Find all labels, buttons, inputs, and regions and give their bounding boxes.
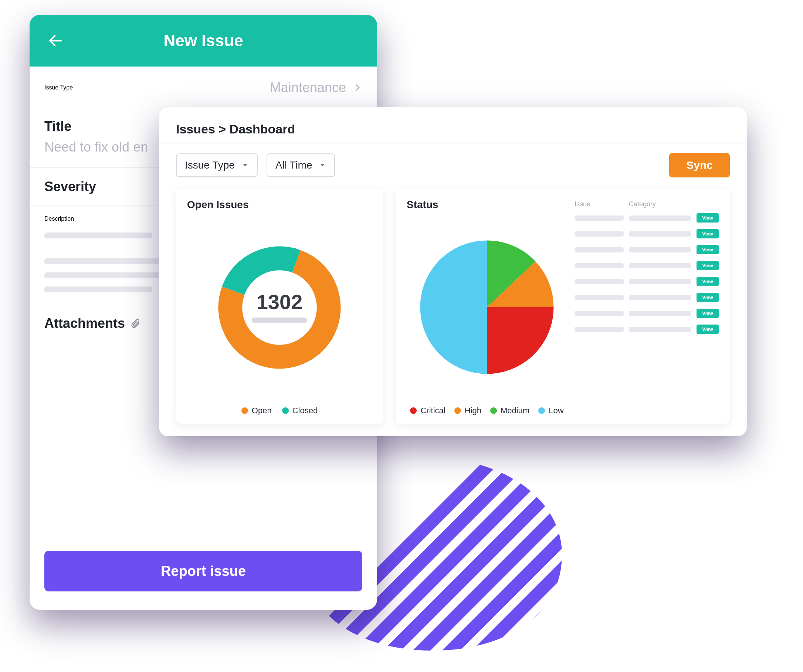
issue-type-value: Maintenance — [270, 80, 346, 95]
attachments-label: Attachments — [44, 316, 125, 331]
row-category-placeholder — [629, 279, 691, 284]
table-row: View — [574, 245, 719, 254]
view-button[interactable]: View — [697, 245, 719, 254]
table-header-issue: Issue — [574, 200, 624, 208]
caret-down-icon — [241, 162, 249, 169]
row-issue-placeholder — [574, 263, 624, 268]
caret-down-icon — [319, 162, 326, 169]
severity-label: Severity — [44, 179, 96, 194]
time-range-filter[interactable]: All Time — [267, 153, 335, 177]
view-button[interactable]: View — [697, 277, 719, 286]
row-issue-placeholder — [574, 327, 624, 332]
issue-type-label: Issue Type — [44, 84, 73, 91]
open-issues-donut: 1302 — [187, 211, 372, 404]
issue-type-row[interactable]: Issue Type Maintenance — [29, 67, 377, 109]
row-category-placeholder — [629, 295, 691, 300]
view-button[interactable]: View — [697, 308, 719, 318]
table-row: View — [574, 277, 719, 286]
issues-dashboard-card: Issues > Dashboard Issue Type All Time S… — [159, 107, 747, 436]
status-title: Status — [407, 199, 567, 211]
open-issues-legend: Open Closed — [187, 406, 372, 416]
status-card: Status Critical High Medium Low Issue Ca… — [396, 188, 730, 424]
row-category-placeholder — [629, 263, 691, 268]
row-category-placeholder — [629, 247, 691, 252]
status-legend: Critical High Medium Low — [407, 406, 567, 416]
issue-type-filter[interactable]: Issue Type — [176, 153, 258, 177]
sync-button[interactable]: Sync — [669, 153, 730, 177]
view-button[interactable]: View — [697, 261, 719, 270]
back-button[interactable] — [44, 29, 67, 52]
row-category-placeholder — [629, 231, 691, 237]
row-issue-placeholder — [574, 216, 624, 221]
table-row: View — [574, 213, 719, 222]
mobile-title: New Issue — [67, 31, 340, 50]
legend-dot-open — [241, 407, 248, 414]
row-issue-placeholder — [574, 311, 624, 316]
open-issues-title: Open Issues — [187, 199, 372, 211]
status-pie — [407, 211, 567, 404]
table-row: View — [574, 229, 719, 239]
legend-dot-medium — [490, 407, 497, 414]
breadcrumb: Issues > Dashboard — [176, 122, 730, 143]
legend-dot-closed — [282, 407, 289, 414]
paperclip-icon — [130, 318, 140, 330]
view-button[interactable]: View — [697, 213, 719, 222]
row-issue-placeholder — [574, 279, 624, 284]
view-button[interactable]: View — [697, 293, 719, 302]
chevron-right-icon — [353, 83, 362, 93]
row-category-placeholder — [629, 311, 691, 316]
legend-dot-high — [454, 407, 461, 414]
mobile-header: New Issue — [29, 15, 377, 67]
table-row: View — [574, 308, 719, 318]
row-issue-placeholder — [574, 295, 624, 300]
row-issue-placeholder — [574, 231, 624, 237]
time-range-filter-label: All Time — [275, 159, 312, 171]
open-issues-count: 1302 — [252, 290, 307, 314]
issue-type-filter-label: Issue Type — [185, 159, 235, 171]
view-button[interactable]: View — [697, 325, 719, 334]
dashboard-controls: Issue Type All Time Sync — [176, 153, 730, 177]
table-row: View — [574, 261, 719, 270]
legend-dot-critical — [410, 407, 417, 414]
issues-table: Issue Category View View View View View … — [574, 199, 719, 416]
open-issues-card: Open Issues 1302 Open Closed — [176, 188, 383, 424]
report-issue-button[interactable]: Report issue — [44, 551, 362, 591]
row-issue-placeholder — [574, 247, 624, 252]
table-row: View — [574, 293, 719, 302]
row-category-placeholder — [629, 327, 691, 332]
legend-dot-low — [538, 407, 545, 414]
row-category-placeholder — [629, 216, 691, 221]
arrow-left-icon — [47, 32, 63, 49]
table-row: View — [574, 325, 719, 334]
table-header-category: Category — [629, 200, 691, 208]
view-button[interactable]: View — [697, 229, 719, 239]
